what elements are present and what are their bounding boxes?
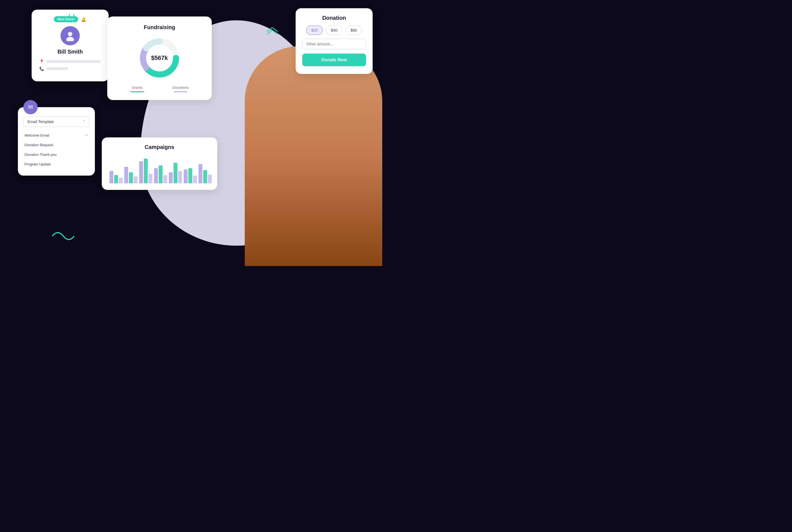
bar-2a: [124, 167, 128, 183]
other-amount-input[interactable]: [302, 39, 366, 49]
bar-1a: [109, 171, 113, 183]
bar-4b: [159, 166, 163, 183]
item-label-welcome: Welcome Email: [24, 133, 49, 137]
dropdown-label: Email Template: [27, 119, 54, 124]
svg-point-1: [66, 37, 74, 41]
legend-row: Grants Donations: [116, 86, 203, 92]
amount-40-button[interactable]: $40: [326, 25, 343, 35]
item-label-program-update: Program Update: [24, 162, 51, 166]
bar-6c: [193, 176, 197, 183]
avatar: [60, 26, 80, 45]
bar-group-3: [139, 158, 152, 183]
amount-60-button[interactable]: $60: [345, 25, 362, 35]
bar-3b: [144, 158, 148, 183]
list-item-welcome[interactable]: Welcome Email ✓: [23, 130, 89, 140]
donate-now-button[interactable]: Donate Now: [302, 54, 366, 66]
email-icon: ✉: [28, 103, 33, 111]
bar-6b: [188, 168, 192, 183]
bar-5a: [169, 172, 173, 183]
donut-chart: $567k: [137, 36, 182, 80]
bar-2b: [129, 172, 133, 183]
amount-buttons: $20 $40 $60: [302, 25, 366, 35]
bar-1c: [119, 178, 123, 183]
list-item-thank-you[interactable]: Donation Thank-you: [23, 150, 89, 159]
list-item-donation-request[interactable]: Donation Request: [23, 140, 89, 150]
bar-7b: [203, 170, 207, 183]
email-card-inner: Email Template ⌃ Welcome Email ✓ Donatio…: [23, 116, 89, 169]
bar-3a: [139, 161, 143, 183]
donor-location-row: 📍: [39, 59, 101, 64]
grants-label: Grants: [132, 86, 143, 90]
location-icon: 📍: [39, 59, 44, 64]
phone-bar: [46, 67, 68, 70]
bar-2c: [134, 176, 137, 183]
donor-phone-row: 📞: [39, 66, 101, 71]
legend-donations: Donations: [173, 86, 189, 92]
location-bar: [46, 60, 101, 63]
donor-card: New Donor 🔔 Bill Smith 📍 📞: [32, 10, 109, 81]
donations-bar: [174, 91, 187, 92]
bar-5b: [173, 163, 177, 183]
bar-7c: [208, 174, 212, 183]
campaigns-title: Campaigns: [109, 144, 209, 150]
item-label-donation-request: Donation Request: [24, 143, 53, 147]
deco-shape-bottom: [52, 229, 74, 244]
deco-top-right: [267, 27, 278, 37]
bar-5c: [178, 171, 182, 183]
donation-title: Donation: [302, 15, 366, 21]
amount-20-button[interactable]: $20: [306, 25, 323, 35]
bar-group-6: [184, 168, 197, 183]
grants-bar: [130, 91, 144, 92]
donor-name: Bill Smith: [39, 49, 101, 55]
campaigns-card: Campaigns: [102, 137, 217, 190]
email-icon-badge: ✉: [23, 100, 38, 114]
bar-group-5: [169, 163, 182, 183]
bar-group-7: [199, 164, 212, 183]
donations-label: Donations: [173, 86, 189, 90]
bar-group-2: [124, 167, 137, 183]
item-label-thank-you: Donation Thank-you: [24, 153, 57, 157]
email-card: ✉ Email Template ⌃ Welcome Email ✓ Donat…: [18, 107, 95, 176]
bar-4c: [163, 175, 167, 183]
cards-layer: New Donor 🔔 Bill Smith 📍 📞 ✉ Email Templ…: [0, 0, 396, 266]
bar-1b: [114, 175, 118, 183]
donut-center-value: $567k: [151, 54, 168, 61]
bar-7a: [199, 164, 202, 183]
donut-container: $567k: [116, 36, 203, 80]
bar-3c: [148, 174, 152, 183]
fundraising-card: Fundraising $567k Grants: [107, 17, 212, 100]
bar-6a: [184, 170, 187, 183]
legend-grants: Grants: [130, 86, 144, 92]
bar-group-1: [109, 171, 123, 183]
phone-icon: 📞: [39, 66, 44, 71]
bar-chart: [109, 156, 209, 183]
email-template-dropdown[interactable]: Email Template ⌃: [23, 116, 89, 127]
check-icon-welcome: ✓: [85, 133, 88, 137]
bar-group-4: [154, 166, 167, 183]
email-template-list: Welcome Email ✓ Donation Request Donatio…: [23, 130, 89, 169]
donation-card: Donation $20 $40 $60 Donate Now: [296, 8, 373, 74]
fundraising-title: Fundraising: [116, 24, 203, 31]
bell-icon[interactable]: 🔔: [81, 17, 86, 22]
list-item-program-update[interactable]: Program Update: [23, 159, 89, 169]
svg-point-0: [68, 32, 72, 36]
bar-4a: [154, 168, 158, 183]
chevron-up-icon: ⌃: [82, 120, 85, 124]
